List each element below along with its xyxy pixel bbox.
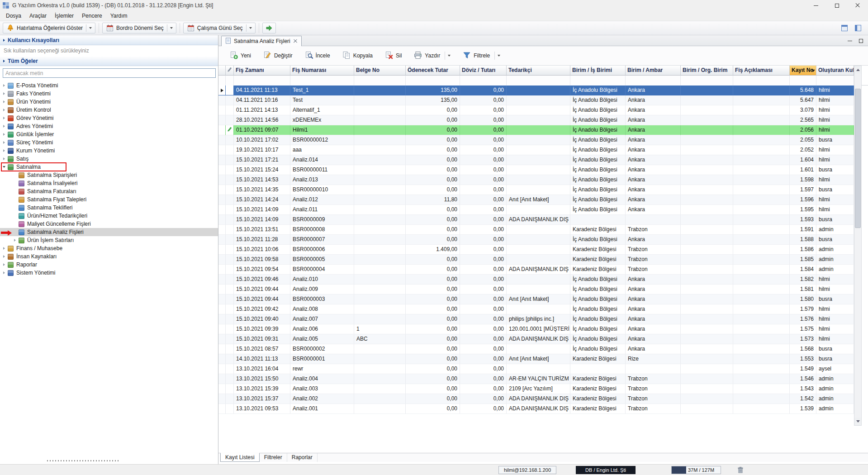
tree-item-18[interactable]: Satınalma Analiz Fişleri [0, 228, 218, 236]
table-row[interactable]: 15.10.2021 09:46Analiz.0100,000,00İç Ana… [218, 275, 868, 285]
table-row[interactable]: 10.10.2021 17:02BSR000000120,000,00İç An… [218, 135, 868, 145]
select-working-day-button[interactable]: Çalışma Günü Seç [183, 23, 256, 33]
filter-button[interactable]: Filtrele [460, 49, 503, 62]
menu-item-0[interactable]: Dosya [2, 11, 25, 20]
vertical-scrollbar[interactable] [854, 66, 862, 426]
status-database[interactable]: DB / Engin Ltd. Şti [576, 466, 636, 474]
tree-item-17[interactable]: Maliyet Güncelleme Fişleri [0, 220, 218, 228]
tree-item-13[interactable]: Satınalma Faturaları [0, 187, 218, 195]
menu-item-1[interactable]: Araçlar [25, 11, 51, 20]
table-row[interactable]: 04.11.2021 11:13Test_1135,000,00İç Anado… [218, 86, 868, 95]
table-row[interactable]: 15.10.2021 09:54BSR00000040,000,00ADA DA… [218, 265, 868, 275]
filter-cell-9[interactable] [733, 76, 790, 86]
table-row[interactable]: 01.11.2021 14:13Alternatif_10,000,00İç A… [218, 105, 868, 115]
filter-cell-11[interactable] [816, 76, 854, 86]
inspect-button[interactable]: İncele [302, 49, 333, 62]
filter-cell-3[interactable] [406, 76, 460, 86]
memory-indicator[interactable]: 37M / 127M [671, 466, 721, 474]
table-row[interactable]: 15.10.2021 15:24BSR000000110,000,00İç An… [218, 165, 868, 175]
print-button[interactable]: Yazdır [411, 49, 453, 62]
table-row[interactable]: 15.10.2021 14:35BSR000000100,000,00İç An… [218, 185, 868, 195]
table-row[interactable]: 01.10.2021 09:07Hilmi10,000,00İç Anadolu… [218, 125, 868, 135]
scrollbar-thumb[interactable] [855, 89, 861, 228]
filter-cell-0[interactable] [234, 76, 290, 86]
tab-satinalma-analiz-fisleri[interactable]: Satınalma Analiz Fişleri [221, 36, 302, 46]
column-header-8[interactable]: Birim / Org. Birim [681, 66, 733, 76]
column-header-0[interactable]: Fiş Zamanı [234, 66, 290, 76]
copy-button[interactable]: Kopyala [339, 49, 375, 62]
table-row[interactable]: 19.10.2021 10:17aaa0,000,00İç Anadolu Bö… [218, 145, 868, 155]
tree-item-7[interactable]: Süreç Yönetimi [0, 138, 218, 147]
go-button[interactable] [262, 23, 276, 33]
search-input[interactable] [3, 68, 216, 78]
tab-close-icon[interactable] [293, 39, 298, 43]
tree-item-5[interactable]: Adres Yönetimi [0, 122, 218, 130]
tree-item-6[interactable]: Günlük İşlemler [0, 130, 218, 138]
table-row[interactable]: 15.10.2021 13:51BSR00000080,000,00Karade… [218, 225, 868, 235]
column-header-4[interactable]: Döviz / Tutarı [460, 66, 507, 76]
column-header-1[interactable]: Fiş Numarası [290, 66, 354, 76]
tree-item-9[interactable]: Satış [0, 155, 218, 163]
column-header-6[interactable]: Birim / İş Birimi [570, 66, 626, 76]
tree-item-20[interactable]: Finans / Muhasebe [0, 244, 218, 252]
select-payroll-period-button[interactable]: Bordro Dönemi Seç [102, 23, 176, 33]
scroll-up-icon[interactable] [854, 66, 861, 74]
tree-item-22[interactable]: Raporlar [0, 261, 218, 269]
table-row[interactable]: 15.10.2021 14:09BSR00000090,000,00ADA DA… [218, 215, 868, 225]
filter-cell-4[interactable] [460, 76, 507, 86]
tree-item-2[interactable]: Ürün Yönetimi [0, 98, 218, 106]
table-row[interactable]: 13.10.2021 09:53Analiz.0010,000,00ADA DA… [218, 404, 868, 414]
tree-item-8[interactable]: Kurum Yönetimi [0, 147, 218, 155]
tree-item-16[interactable]: Ürün/Hizmet Tedarikçileri [0, 212, 218, 220]
table-row[interactable]: 15.10.2021 09:40Analiz.0070,000,00philip… [218, 314, 868, 324]
filter-cell-7[interactable] [626, 76, 681, 86]
tree-item-19[interactable]: Ürün İşlem Satırları [0, 236, 218, 244]
tree-item-12[interactable]: Satınalma İrsaliyeleri [0, 179, 218, 187]
filter-cell-5[interactable] [507, 76, 570, 86]
tree-item-4[interactable]: Görev Yönetimi [0, 114, 218, 122]
table-row[interactable]: 15.10.2021 09:39Analiz.00610,000,00120.0… [218, 324, 868, 334]
scroll-down-icon[interactable] [854, 418, 861, 425]
tree-item-11[interactable]: Satınalma Siparişleri [0, 171, 218, 179]
table-row[interactable]: 15.10.2021 09:58BSR00000050,000,00Karade… [218, 255, 868, 265]
menu-item-3[interactable]: Pencere [78, 11, 106, 20]
new-button[interactable]: Yeni [227, 49, 254, 62]
column-header-2[interactable]: Belge No [354, 66, 406, 76]
column-header-9[interactable]: Fiş Açıklaması [733, 66, 790, 76]
close-button[interactable] [847, 0, 868, 11]
tree-item-1[interactable]: Faks Yönetimi [0, 90, 218, 98]
splitter-handle[interactable] [47, 460, 119, 461]
table-row[interactable]: 15.10.2021 09:42Analiz.0080,000,00İç Ana… [218, 304, 868, 314]
table-row[interactable]: 15.10.2021 14:24Analiz.01211,800,00Anıt … [218, 195, 868, 205]
table-row[interactable]: 04.11.2021 10:16Test135,000,00İç Anadolu… [218, 95, 868, 105]
tree-item-23[interactable]: Sistem Yönetimi [0, 269, 218, 277]
view-tab-0[interactable]: Kayıt Listesi [220, 453, 260, 462]
view-tab-1[interactable]: Filtreler [260, 453, 287, 462]
panel-minimize-icon[interactable] [846, 38, 854, 44]
column-header-3[interactable]: Ödenecek Tutar [406, 66, 460, 76]
table-row[interactable]: 28.10.2021 14:56xDENEMEx0,000,00İç Anado… [218, 115, 868, 125]
shortcuts-header[interactable]: Kullanıcı Kısayolları [0, 35, 218, 45]
filter-cell-2[interactable] [354, 76, 406, 86]
table-row[interactable]: 15.10.2021 09:44BSR00000030,000,00Anıt [… [218, 294, 868, 304]
table-row[interactable]: 14.10.2021 11:13BSR00000010,000,00Anıt [… [218, 354, 868, 364]
panel-maximize-icon[interactable] [857, 38, 864, 44]
panel-layout-icon[interactable] [839, 23, 850, 33]
table-row[interactable]: 13.10.2021 15:50Analiz.0040,000,00AR-EM … [218, 374, 868, 384]
table-row[interactable]: 15.10.2021 14:09Analiz.0110,000,00İç Ana… [218, 205, 868, 215]
view-tab-2[interactable]: Raporlar [287, 453, 318, 462]
column-header-10[interactable]: Kayıt No [790, 66, 816, 76]
filter-cell-10[interactable] [790, 76, 816, 86]
tree-item-21[interactable]: İnsan Kaynakları [0, 252, 218, 261]
menu-item-4[interactable]: Yardım [106, 11, 132, 20]
table-row[interactable]: 15.10.2021 09:44Analiz.0090,000,00İç Ana… [218, 285, 868, 294]
table-row[interactable]: 15.10.2021 08:57BSR00000020,000,00İç Ana… [218, 344, 868, 354]
filter-cell-1[interactable] [290, 76, 354, 86]
delete-button[interactable]: Sil [382, 49, 404, 62]
filter-cell-6[interactable] [570, 76, 626, 86]
table-row[interactable]: 15.10.2021 11:28BSR00000070,000,00İç Ana… [218, 235, 868, 245]
tree-item-0[interactable]: E-Posta Yönetimi [0, 81, 218, 90]
filter-cell-8[interactable] [681, 76, 733, 86]
column-header-7[interactable]: Birim / Ambar [626, 66, 681, 76]
tree-item-3[interactable]: Üretim Kontrol [0, 106, 218, 114]
